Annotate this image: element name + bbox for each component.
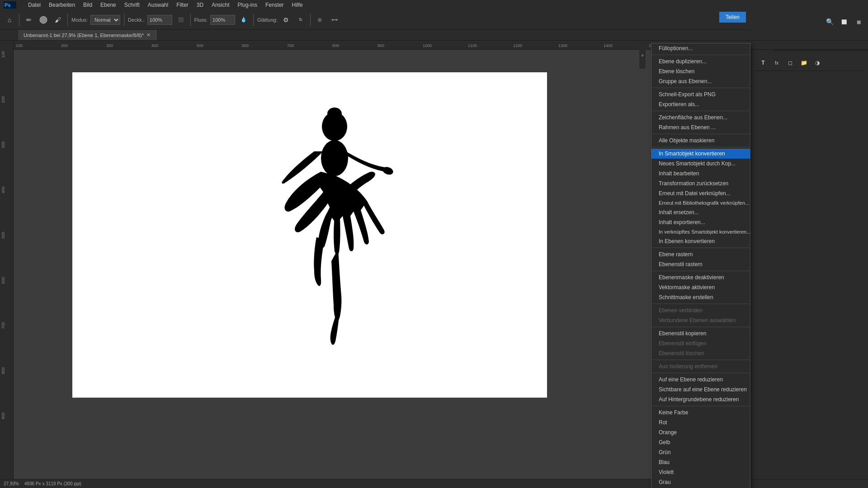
flow-label: Fluss: (194, 17, 208, 23)
flow-icon[interactable]: 💧 (238, 14, 250, 26)
ctx-ebene-duplizieren[interactable]: Ebene duplizieren... (651, 56, 750, 66)
layer-text-icon[interactable]: T (757, 57, 769, 69)
ctx-in-ebenen[interactable]: In Ebenen konvertieren (651, 236, 750, 246)
menu-datei[interactable]: Datei (24, 1, 44, 9)
separator-5 (253, 14, 254, 26)
menu-filter[interactable]: Filter (173, 1, 192, 9)
mode-select[interactable]: Normal (90, 15, 120, 25)
menu-hilfe[interactable]: Hilfe (288, 1, 307, 9)
panel-collapse-arrow[interactable]: » (639, 42, 646, 69)
layer-fx-icon[interactable]: fx (771, 57, 783, 69)
brush-preset-icon[interactable]: 🖌 (52, 14, 64, 26)
ctx-in-smartobjekt[interactable]: In Smartobjekt konvertieren (651, 149, 750, 159)
ctx-in-verknuepftes[interactable]: In verknüpftes Smartobjekt konvertieren.… (651, 227, 750, 236)
svg-text:100: 100 (16, 43, 23, 48)
doc-tab[interactable]: Unbenannt-1 bei 27,9% (Ebene 1, Ebenenma… (18, 30, 156, 40)
ctx-keine-farbe[interactable]: Keine Farbe (651, 408, 750, 418)
ctx-ebenen-verbinden: Ebenen verbinden (651, 305, 750, 315)
svg-text:300: 300 (1, 141, 5, 148)
svg-point-33 (321, 140, 348, 176)
svg-text:400: 400 (151, 43, 158, 48)
ctx-gruen[interactable]: Grün (651, 447, 750, 457)
ctx-ebene-rastern[interactable]: Ebene rastern (651, 249, 750, 259)
ctx-orange[interactable]: Orange (651, 427, 750, 437)
angle-icon[interactable]: ↻ (295, 14, 307, 26)
menu-bar: Datei Bearbeiten Bild Ebene Schrift Ausw… (0, 0, 868, 10)
ctx-sep-1 (651, 55, 750, 55)
ctx-hintergrund-reduzieren[interactable]: Auf Hintergrundebene reduzieren (651, 394, 750, 404)
ctx-inhalt-ersetzen[interactable]: Inhalt ersetzen... (651, 207, 750, 217)
flow-input[interactable] (210, 15, 235, 25)
layer-adj-icon[interactable]: ◑ (811, 57, 823, 69)
ctx-erneut-datei[interactable]: Erneut mit Datei verknüpfen... (651, 188, 750, 198)
menu-plugins[interactable]: Plug-ins (234, 1, 261, 9)
ctx-exportieren-als[interactable]: Exportieren als... (651, 99, 750, 109)
menu-ansicht[interactable]: Ansicht (208, 1, 233, 9)
ctx-vektormaske-aktivieren[interactable]: Vektormaske aktivieren (651, 282, 750, 292)
ctx-ebene-loeschen[interactable]: Ebene löschen (651, 66, 750, 76)
ctx-zeichenflaeche[interactable]: Zeichenfläche aus Ebenen... (651, 113, 750, 122)
ctx-sichtbare-reduzieren[interactable]: Sichtbare auf eine Ebene reduzieren (651, 385, 750, 394)
home-icon[interactable]: ⌂ (4, 14, 15, 26)
gear-icon[interactable]: ⚙ (280, 14, 292, 26)
ctx-auf-ebene-reduzieren[interactable]: Auf eine Ebene reduzieren (651, 375, 750, 385)
menu-auswahl[interactable]: Auswahl (144, 1, 172, 9)
ctx-sep-12 (651, 406, 750, 406)
share-button[interactable]: Teilen (719, 12, 746, 23)
ctx-erneut-bibliothek[interactable]: Erneut mit Bibliotheksgrafik verknüpfen.… (651, 198, 750, 207)
ctx-sep-3 (651, 111, 750, 111)
separator-1 (19, 14, 19, 26)
ctx-rot[interactable]: Rot (651, 418, 750, 427)
brush-circle-icon[interactable] (38, 14, 49, 26)
ctx-gelb[interactable]: Gelb (651, 437, 750, 447)
opacity-input[interactable] (147, 15, 172, 25)
ctx-sep-11 (651, 373, 750, 373)
ctx-ebenenstil-rastern[interactable]: Ebenenstil rastern (651, 259, 750, 269)
separator-3 (124, 14, 124, 26)
ctx-inhalt-bearbeiten[interactable]: Inhalt bearbeiten (651, 169, 750, 178)
ctx-ebenenmaske-deaktivieren[interactable]: Ebenenmaske deaktivieren (651, 272, 750, 282)
menu-fenster[interactable]: Fenster (262, 1, 288, 9)
svg-text:1400: 1400 (604, 43, 613, 48)
mode-label: Modus: (71, 17, 88, 23)
ctx-transformation[interactable]: Transformation zurücksetzen (651, 178, 750, 188)
layer-mask-icon[interactable]: ◻ (784, 57, 796, 69)
svg-text:200: 200 (1, 96, 5, 103)
menu-schrift[interactable]: Schrift (121, 1, 143, 9)
pressure-icon[interactable]: ◎ (314, 14, 326, 26)
menu-bearbeiten[interactable]: Bearbeiten (45, 1, 79, 9)
ctx-sep-5 (651, 147, 750, 147)
ctx-schnittmaske-erstellen[interactable]: Schnittmaske erstellen (651, 292, 750, 302)
ctx-fulloptionen[interactable]: Fülloptionen... (651, 43, 750, 53)
opacity-toggle-icon[interactable]: ⬛ (175, 14, 187, 26)
workspace-icon[interactable]: ▦ (853, 16, 864, 28)
svg-point-2 (40, 16, 47, 23)
document-canvas (72, 72, 547, 398)
ctx-grau[interactable]: Grau (651, 477, 750, 487)
ctx-neues-smartobjekt[interactable]: Neues Smartobjekt durch Kop... (651, 159, 750, 169)
doc-tab-close[interactable]: ✕ (146, 32, 151, 38)
doc-tab-title: Unbenannt-1 bei 27,9% (Ebene 1, Ebenenma… (24, 33, 144, 38)
ctx-alle-objekte-maskieren[interactable]: Alle Objekte maskieren (651, 136, 750, 145)
ctx-ebenenstil-kopieren[interactable]: Ebenenstil kopieren (651, 328, 750, 338)
arrange-icon[interactable]: ⬜ (838, 16, 850, 28)
layers-toolbar: T fx ◻ 📁 ◑ (755, 55, 864, 71)
ctx-schnell-export[interactable]: Schnell-Export als PNG (651, 89, 750, 99)
ctx-rahmen-ebenen[interactable]: Rahmen aus Ebenen ... (651, 122, 750, 132)
search-icon[interactable]: 🔍 (824, 16, 835, 28)
ctx-gruppe-ebenen[interactable]: Gruppe aus Ebenen... (651, 76, 750, 86)
right-panel-content: T fx ◻ 📁 ◑ (751, 52, 868, 75)
ctx-violett[interactable]: Violett (651, 467, 750, 477)
tab-bar: Unbenannt-1 bei 27,9% (Ebene 1, Ebenenma… (0, 30, 868, 41)
svg-text:900: 900 (1, 413, 5, 419)
dimensions: 4936 Px x 3119 Px (300 ppi) (24, 481, 81, 486)
menu-bild[interactable]: Bild (80, 1, 96, 9)
ctx-inhalt-exportieren[interactable]: Inhalt exportieren... (651, 217, 750, 227)
symmetry-icon[interactable]: ⟺ (329, 14, 340, 26)
menu-3d[interactable]: 3D (193, 1, 207, 9)
svg-text:900: 900 (377, 43, 384, 48)
layer-group-icon[interactable]: 📁 (798, 57, 810, 69)
menu-ebene[interactable]: Ebene (97, 1, 120, 9)
brush-icon[interactable]: ✏ (23, 14, 35, 26)
ctx-blau[interactable]: Blau (651, 457, 750, 467)
